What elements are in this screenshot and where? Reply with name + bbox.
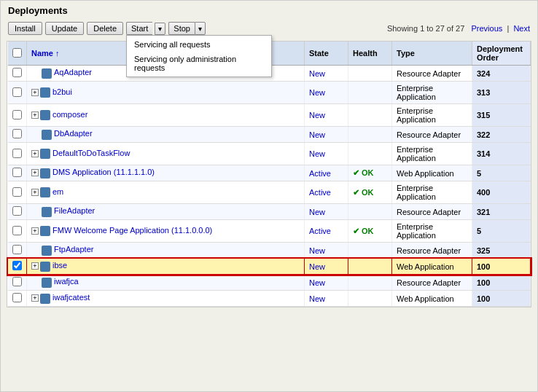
row-type-cell: Enterprise Application: [392, 181, 472, 204]
row-name-link[interactable]: FMW Welcome Page Application (11.1.0.0.0…: [52, 226, 212, 235]
row-state-link[interactable]: New: [309, 278, 325, 287]
row-name-link[interactable]: composer: [52, 110, 87, 119]
app-icon: [40, 262, 50, 272]
next-link[interactable]: Next: [513, 24, 530, 33]
update-button[interactable]: Update: [45, 22, 84, 35]
expand-icon[interactable]: +: [31, 150, 39, 157]
start-servicing-admin[interactable]: Servicing only administration requests: [127, 52, 271, 75]
row-name-link[interactable]: b2bui: [52, 87, 72, 96]
row-checkbox[interactable]: [12, 293, 22, 302]
row-state-cell: New: [305, 66, 348, 82]
row-name-cell: iwafjca: [27, 275, 305, 291]
stop-button[interactable]: Stop: [168, 22, 195, 35]
deployments-table: Name ↑ State Health Type Deployment Orde…: [7, 42, 531, 307]
expand-icon[interactable]: +: [31, 294, 39, 302]
row-checkbox[interactable]: [12, 187, 22, 197]
row-name-link[interactable]: AqAdapter: [54, 68, 92, 77]
row-name-link[interactable]: iwafjcatest: [52, 293, 90, 302]
expand-icon[interactable]: +: [31, 262, 39, 270]
select-all-checkbox[interactable]: [12, 48, 22, 58]
row-state-cell: New: [305, 259, 348, 275]
expand-icon[interactable]: +: [31, 89, 39, 96]
expand-icon[interactable]: +: [31, 189, 39, 196]
delete-button[interactable]: Delete: [87, 22, 123, 35]
row-state-link[interactable]: Active: [309, 227, 331, 235]
row-name-link[interactable]: FtpAdapter: [54, 245, 93, 254]
previous-link[interactable]: Previous: [471, 24, 502, 33]
row-name-link[interactable]: DefaultToDoTaskFlow: [52, 149, 130, 157]
row-type-cell: Resource Adapter: [392, 204, 472, 220]
row-deployment-order-cell: 315: [472, 104, 531, 127]
deployments-page: Deployments Install Update Delete Start …: [0, 0, 538, 392]
health-ok: ✔ OK: [353, 188, 374, 197]
table-row: +iwafjcatestNewWeb Application100: [8, 291, 531, 307]
row-type-cell: Enterprise Application: [392, 220, 472, 243]
app-icon: [42, 68, 52, 79]
row-name-cell: FtpAdapter: [27, 243, 305, 259]
row-name-link[interactable]: em: [52, 187, 63, 196]
row-checkbox[interactable]: [12, 245, 22, 254]
row-checkbox[interactable]: [12, 87, 22, 97]
table-row: +emActive✔ OKEnterprise Application400: [8, 181, 531, 204]
row-name-cell: +iwafjcatest: [27, 291, 305, 307]
expand-icon[interactable]: +: [31, 111, 39, 119]
app-icon: [40, 149, 50, 159]
row-name-link[interactable]: ibse: [52, 261, 67, 270]
row-checkbox[interactable]: [12, 261, 22, 270]
table-row: +ibseNewWeb Application100: [8, 259, 531, 275]
row-health-cell: [348, 243, 392, 259]
header-state: State: [305, 42, 348, 66]
expand-icon[interactable]: +: [31, 169, 39, 176]
start-button[interactable]: Start: [126, 22, 152, 35]
row-state-cell: New: [305, 243, 348, 259]
start-dropdown-arrow[interactable]: ▾: [155, 23, 165, 35]
row-state-link[interactable]: New: [309, 88, 325, 97]
row-checkbox-cell: [8, 127, 27, 143]
row-state-link[interactable]: New: [309, 208, 325, 216]
row-state-link[interactable]: New: [309, 262, 325, 271]
row-health-cell: [348, 291, 392, 307]
row-state-link[interactable]: New: [309, 149, 325, 158]
expand-icon[interactable]: +: [31, 227, 39, 235]
row-name-cell: +b2bui: [27, 82, 305, 104]
row-health-cell: [348, 104, 392, 127]
row-state-link[interactable]: Active: [309, 188, 331, 197]
row-deployment-order-cell: 5: [472, 165, 531, 181]
row-state-cell: Active: [305, 220, 348, 243]
row-checkbox[interactable]: [12, 206, 22, 216]
row-state-link[interactable]: New: [309, 294, 325, 303]
row-deployment-order-cell: 314: [472, 143, 531, 165]
row-health-cell: [348, 259, 392, 275]
row-state-link[interactable]: New: [309, 130, 325, 139]
toolbar: Install Update Delete Start ▾ Servicing …: [1, 19, 537, 38]
row-checkbox-cell: [8, 143, 27, 165]
row-state-link[interactable]: Active: [309, 169, 331, 178]
app-icon: [40, 187, 50, 197]
row-checkbox-cell: [8, 259, 27, 275]
row-checkbox-cell: [8, 165, 27, 181]
install-button[interactable]: Install: [8, 22, 42, 35]
row-name-link[interactable]: FileAdapter: [54, 206, 95, 215]
health-ok: ✔ OK: [353, 227, 374, 235]
row-name-link[interactable]: DbAdapter: [54, 129, 93, 138]
row-name-link[interactable]: DMS Application (11.1.1.1.0): [52, 168, 155, 176]
row-state-cell: New: [305, 291, 348, 307]
row-checkbox[interactable]: [12, 149, 22, 158]
name-sort-link[interactable]: Name ↑: [31, 49, 60, 58]
row-checkbox[interactable]: [12, 277, 22, 286]
start-servicing-all[interactable]: Servicing all requests: [127, 37, 271, 52]
row-deployment-order-cell: 100: [472, 275, 531, 291]
row-checkbox[interactable]: [12, 110, 22, 119]
row-state-link[interactable]: New: [309, 111, 325, 119]
row-checkbox[interactable]: [12, 226, 22, 235]
row-checkbox[interactable]: [12, 129, 22, 138]
deployments-table-container: Name ↑ State Health Type Deployment Orde…: [7, 41, 531, 307]
row-name-link[interactable]: iwafjca: [54, 277, 79, 286]
row-state-link[interactable]: New: [309, 69, 325, 78]
row-checkbox[interactable]: [12, 68, 22, 77]
stop-dropdown-arrow[interactable]: ▾: [195, 22, 206, 35]
row-checkbox-cell: [8, 204, 27, 220]
row-name-cell: +ibse: [27, 259, 305, 275]
row-state-link[interactable]: New: [309, 246, 325, 255]
row-checkbox[interactable]: [12, 168, 22, 177]
